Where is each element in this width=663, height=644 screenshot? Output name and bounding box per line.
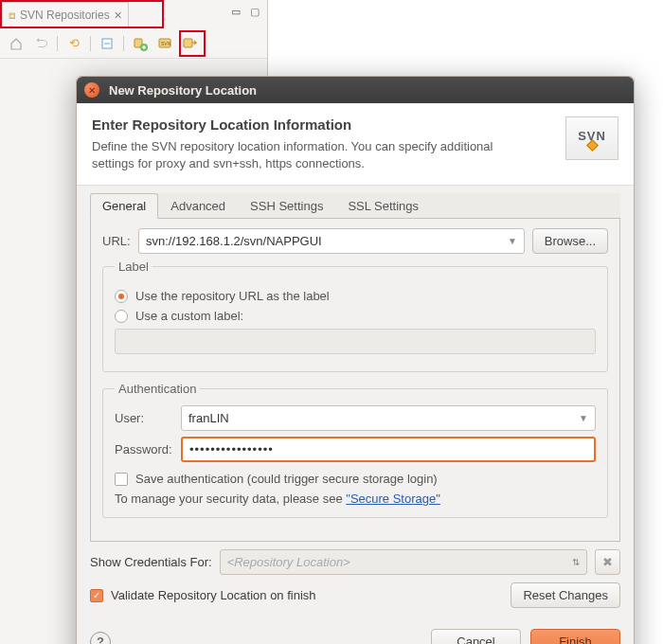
- dialog-titlebar[interactable]: ✕ New Repository Location: [77, 77, 634, 103]
- svn-icon: SVN: [565, 116, 618, 160]
- dialog-title: New Repository Location: [109, 83, 257, 98]
- dialog-description: Define the SVN repository location infor…: [92, 138, 499, 171]
- delete-credentials-button[interactable]: ✖: [595, 549, 620, 575]
- collapse-all-button[interactable]: [97, 33, 117, 54]
- url-field[interactable]: svn://192.168.1.2/svn/NAPPGUI ▼: [138, 228, 525, 254]
- home-button[interactable]: [6, 33, 27, 54]
- dropdown-icon[interactable]: ▼: [579, 413, 588, 423]
- label-fieldset: Label Use the repository URL as the labe…: [102, 259, 608, 372]
- stepper-icon: ⇅: [572, 557, 580, 567]
- help-button[interactable]: ?: [90, 632, 111, 644]
- radio-icon: [115, 310, 128, 323]
- custom-label-input: [115, 329, 596, 354]
- user-value: franLIN: [188, 411, 229, 425]
- new-repository-location-dialog: ✕ New Repository Location Enter Reposito…: [76, 76, 635, 644]
- manage-text: To manage your security data, please see: [115, 492, 346, 506]
- repo-icon: ⧈: [9, 9, 16, 22]
- tab-advanced[interactable]: Advanced: [158, 193, 238, 218]
- checkout-button[interactable]: [179, 33, 200, 54]
- show-credentials-label: Show Credentials For:: [90, 555, 212, 569]
- url-label: URL:: [102, 234, 131, 248]
- minimize-view-button[interactable]: ▭: [227, 5, 244, 18]
- finish-button[interactable]: Finish: [530, 629, 620, 644]
- validate-checkbox[interactable]: [90, 589, 103, 602]
- save-auth-checkbox[interactable]: [115, 473, 128, 486]
- close-button[interactable]: ✕: [84, 82, 99, 98]
- radio-use-url-label: Use the repository URL as the label: [135, 289, 330, 303]
- settings-tabs: General Advanced SSH Settings SSL Settin…: [90, 193, 620, 219]
- reset-changes-button[interactable]: Reset Changes: [511, 582, 620, 608]
- svn-repositories-tab[interactable]: ⧈ SVN Repositories ✕: [2, 2, 129, 28]
- tab-close-icon[interactable]: ✕: [114, 9, 122, 22]
- radio-custom-label[interactable]: Use a custom label:: [115, 309, 596, 323]
- show-credentials-placeholder: <Repository Location>: [227, 555, 350, 569]
- save-auth-label: Save authentication (could trigger secur…: [135, 472, 438, 486]
- user-label: User:: [115, 411, 173, 425]
- svg-text:SVN: SVN: [161, 41, 171, 46]
- tab-ssh-settings[interactable]: SSH Settings: [238, 193, 335, 218]
- refresh-button[interactable]: ⟲: [63, 33, 84, 54]
- radio-custom-label-text: Use a custom label:: [135, 309, 243, 323]
- password-label: Password:: [115, 442, 173, 456]
- dropdown-icon[interactable]: ▼: [508, 236, 517, 246]
- maximize-view-button[interactable]: ▢: [246, 5, 263, 18]
- svn-props-button[interactable]: SVN: [154, 33, 175, 54]
- label-legend: Label: [115, 259, 152, 274]
- back-button[interactable]: ⮌: [30, 33, 51, 54]
- validate-label: Validate Repository Location on finish: [111, 588, 316, 602]
- tab-ssl-settings[interactable]: SSL Settings: [335, 193, 431, 218]
- user-field[interactable]: franLIN ▼: [181, 405, 596, 431]
- show-credentials-combo[interactable]: <Repository Location> ⇅: [220, 549, 587, 575]
- auth-legend: Authentication: [115, 382, 200, 396]
- secure-storage-link[interactable]: "Secure Storage": [346, 492, 440, 506]
- cancel-button[interactable]: Cancel: [431, 629, 521, 644]
- dialog-heading: Enter Repository Location Information: [92, 116, 499, 133]
- radio-use-url[interactable]: Use the repository URL as the label: [115, 289, 596, 303]
- svg-rect-6: [184, 39, 192, 47]
- url-value: svn://192.168.1.2/svn/NAPPGUI: [146, 234, 322, 248]
- authentication-fieldset: Authentication User: franLIN ▼ Password:…: [102, 382, 608, 518]
- view-tab-bar: ⧈ SVN Repositories ✕ ▭ ▢: [0, 0, 267, 28]
- browse-button[interactable]: Browse...: [532, 228, 608, 254]
- dialog-header: Enter Repository Location Information De…: [77, 103, 634, 186]
- radio-icon: [115, 290, 128, 303]
- tab-general[interactable]: General: [90, 193, 158, 219]
- view-toolbar: ⮌ ⟲ SVN: [0, 28, 267, 59]
- password-field[interactable]: [181, 437, 596, 462]
- tab-label: SVN Repositories: [20, 9, 110, 22]
- new-repository-location-button[interactable]: [130, 33, 151, 54]
- tab-general-body: URL: svn://192.168.1.2/svn/NAPPGUI ▼ Bro…: [90, 219, 620, 542]
